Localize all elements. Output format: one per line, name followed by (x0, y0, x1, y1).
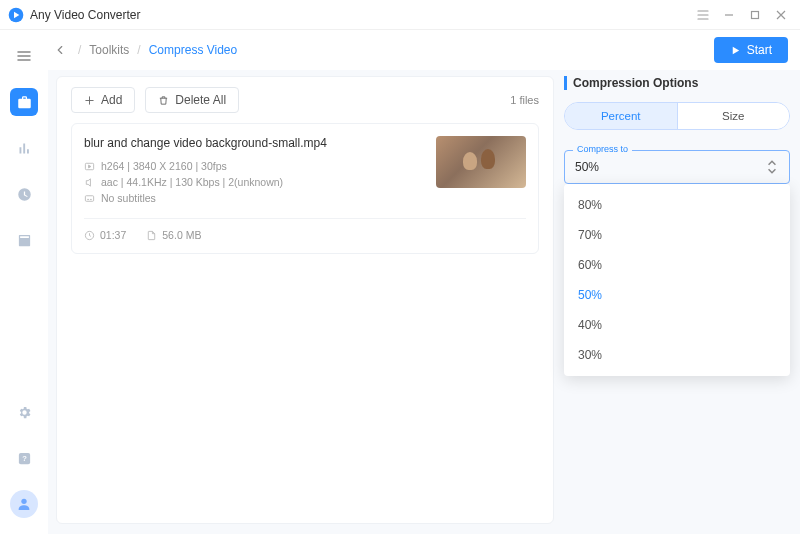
mode-toggle: Percent Size (564, 102, 790, 130)
nav-library[interactable] (10, 226, 38, 254)
nav-history[interactable] (10, 180, 38, 208)
breadcrumb-parent[interactable]: Toolkits (89, 43, 129, 57)
dropdown-item[interactable]: 40% (564, 310, 790, 340)
minimize-icon[interactable] (718, 4, 740, 26)
subtitle-icon (84, 193, 95, 204)
clock-icon (84, 230, 95, 241)
divider (84, 218, 526, 219)
percent-dropdown: 80% 70% 60% 50% 40% 30% (564, 184, 790, 376)
settings-icon[interactable] (10, 398, 38, 426)
file-name: blur and change video background-small.m… (84, 136, 424, 150)
file-card[interactable]: blur and change video background-small.m… (71, 123, 539, 254)
video-thumbnail (436, 136, 526, 188)
breadcrumb-sep: / (78, 43, 81, 57)
nav-stats[interactable] (10, 134, 38, 162)
breadcrumb: / Toolkits / Compress Video (50, 40, 237, 60)
delete-all-button[interactable]: Delete All (145, 87, 239, 113)
video-meta: h264 | 3840 X 2160 | 30fps (84, 160, 424, 172)
tab-percent[interactable]: Percent (565, 103, 678, 129)
file-panel: Add Delete All 1 files blur and change v… (56, 76, 554, 524)
compress-to-field[interactable]: Compress to 50% (564, 150, 790, 184)
file-toolbar: Add Delete All 1 files (71, 87, 539, 113)
dropdown-item[interactable]: 80% (564, 190, 790, 220)
dropdown-item-selected[interactable]: 50% (564, 280, 790, 310)
help-icon[interactable]: ? (10, 444, 38, 472)
subtitle-meta: No subtitles (84, 192, 424, 204)
app-logo-icon (8, 7, 24, 23)
sidebar: ? (0, 30, 48, 534)
breadcrumb-current: Compress Video (149, 43, 238, 57)
delete-all-label: Delete All (175, 93, 226, 107)
start-button[interactable]: Start (714, 37, 788, 63)
back-icon[interactable] (50, 40, 70, 60)
close-icon[interactable] (770, 4, 792, 26)
options-title: Compression Options (564, 76, 790, 90)
compress-to-label: Compress to (573, 144, 632, 154)
hamburger-icon[interactable] (10, 42, 38, 70)
dropdown-item[interactable]: 60% (564, 250, 790, 280)
svg-rect-6 (85, 195, 93, 201)
file-size: 56.0 MB (146, 229, 201, 241)
start-label: Start (747, 43, 772, 57)
menu-icon[interactable] (692, 4, 714, 26)
main-area: Add Delete All 1 files blur and change v… (48, 70, 800, 534)
titlebar-left: Any Video Converter (8, 7, 141, 23)
compress-to-value: 50% (575, 160, 599, 174)
user-avatar[interactable] (10, 490, 38, 518)
file-duration: 01:37 (84, 229, 126, 241)
nav-toolkits[interactable] (10, 88, 38, 116)
toolbar: / Toolkits / Compress Video Start (0, 30, 800, 70)
dropdown-item[interactable]: 30% (564, 340, 790, 370)
title-bar: Any Video Converter (0, 0, 800, 30)
svg-rect-1 (752, 11, 759, 18)
add-button[interactable]: Add (71, 87, 135, 113)
document-icon (146, 230, 157, 241)
window-controls (692, 4, 792, 26)
tab-size[interactable]: Size (678, 103, 790, 129)
audio-meta: aac | 44.1KHz | 130 Kbps | 2(unknown) (84, 176, 424, 188)
plus-icon (84, 95, 95, 106)
svg-text:?: ? (22, 454, 27, 463)
app-name: Any Video Converter (30, 8, 141, 22)
file-count: 1 files (510, 94, 539, 106)
play-icon (730, 45, 741, 56)
compression-options-panel: Compression Options Percent Size Compres… (564, 76, 790, 524)
dropdown-item[interactable]: 70% (564, 220, 790, 250)
breadcrumb-sep: / (137, 43, 140, 57)
stepper-icon[interactable] (765, 159, 779, 175)
video-icon (84, 161, 95, 172)
add-label: Add (101, 93, 122, 107)
audio-icon (84, 177, 95, 188)
trash-icon (158, 95, 169, 106)
maximize-icon[interactable] (744, 4, 766, 26)
svg-point-4 (21, 499, 26, 504)
